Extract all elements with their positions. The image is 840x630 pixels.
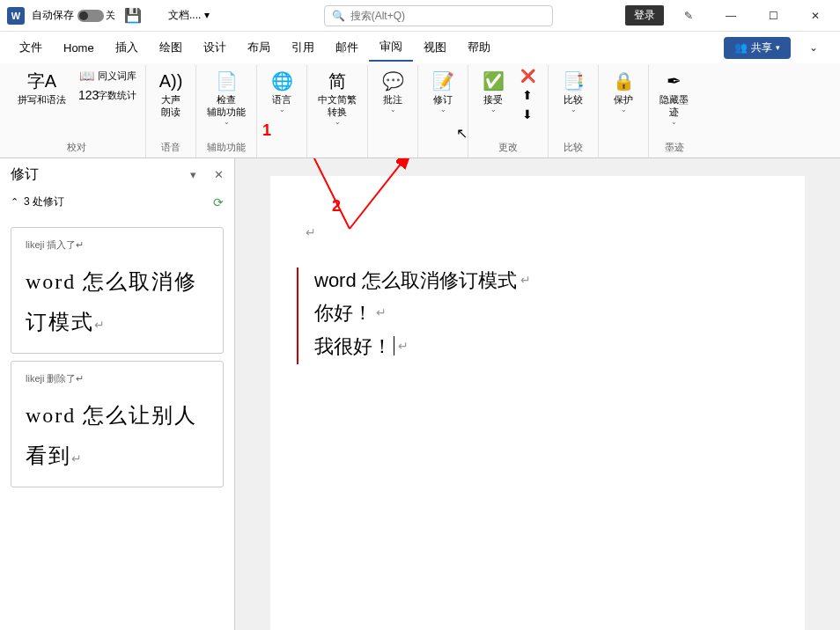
refresh-icon[interactable]: ⟳ — [213, 195, 224, 209]
revision-list[interactable]: likeji 插入了↵word 怎么取消修订模式↵likeji 删除了↵word… — [0, 213, 234, 630]
ribbon-button[interactable]: A))大声朗读 — [151, 67, 190, 120]
chevron-down-icon: ⌄ — [571, 106, 577, 114]
autosave-label: 自动保存 — [32, 8, 74, 23]
menu-tab-设计[interactable]: 设计 — [193, 34, 237, 61]
chevron-down-icon: ⌄ — [335, 118, 341, 126]
ribbon-group-label: 比较 — [564, 141, 583, 156]
ribbon-icon: A)) — [159, 69, 183, 93]
menu-tab-绘图[interactable]: 绘图 — [149, 34, 193, 61]
ribbon-button[interactable]: 💬批注⌄ — [373, 67, 412, 115]
document-line[interactable]: 我很好！↵ — [314, 330, 778, 363]
text-cursor — [394, 336, 394, 355]
revision-card[interactable]: likeji 插入了↵word 怎么取消修订模式↵ — [11, 227, 224, 354]
ribbon-icon: ✒ — [667, 69, 682, 93]
ribbon-group: 📑比较⌄比较 — [549, 65, 599, 158]
menu-tab-视图[interactable]: 视图 — [413, 34, 457, 61]
document-content[interactable]: word 怎么取消修订模式↵你好！↵我很好！↵ — [314, 264, 778, 363]
search-box[interactable]: 🔍 — [324, 5, 553, 26]
ribbon-small-button[interactable]: 📖同义词库 — [75, 67, 140, 84]
maximize-button[interactable]: ☐ — [755, 3, 791, 29]
revision-text: word 怎么取消修订模式↵ — [26, 262, 209, 342]
document-line[interactable]: 你好！↵ — [314, 297, 778, 329]
panel-title: 修订 — [11, 165, 185, 184]
ribbon-options-icon[interactable]: ⌄ — [796, 34, 831, 61]
menu-tab-Home[interactable]: Home — [53, 36, 105, 60]
ribbon-icon: ❌ — [519, 69, 535, 83]
save-icon[interactable]: 💾 — [124, 7, 142, 24]
menu-tab-布局[interactable]: 布局 — [237, 34, 281, 61]
toggle-icon[interactable] — [77, 10, 104, 22]
login-button[interactable]: 登录 — [625, 5, 664, 26]
ribbon-group-label: 更改 — [498, 141, 518, 156]
ribbon-small-button[interactable]: 123字数统计 — [75, 86, 140, 104]
autosave-toggle[interactable]: 自动保存 关 — [32, 8, 115, 23]
ribbon-group-label: 墨迹 — [665, 141, 684, 156]
close-button[interactable]: ✕ — [798, 3, 833, 29]
ribbon-button[interactable]: 📝修订⌄ — [424, 67, 462, 115]
track-change-bar — [297, 267, 298, 364]
chevron-down-icon: ⌄ — [440, 106, 446, 114]
ribbon-group: 🌐语言⌄ — [257, 65, 307, 158]
ribbon: 字A拼写和语法📖同义词库123字数统计校对A))大声朗读语音📄检查辅助功能⌄辅助… — [0, 63, 840, 158]
ribbon-button[interactable]: ✒隐藏墨迹⌄ — [654, 67, 694, 128]
ribbon-small-button[interactable]: ❌ — [516, 67, 542, 84]
titlebar: W 自动保存 关 💾 文档.... ▾ 🔍 登录 ✎ — ☐ ✕ — [0, 0, 840, 32]
chevron-down-icon: ⌄ — [621, 106, 627, 114]
ribbon-group: 简中文简繁转换⌄ — [307, 65, 368, 158]
revision-card[interactable]: likeji 删除了↵word 怎么让别人看到↵ — [11, 361, 224, 487]
pen-icon[interactable]: ✎ — [671, 3, 706, 29]
ribbon-group: ✅接受⌄❌⬆⬇更改 — [468, 65, 549, 158]
autosave-state: 关 — [106, 9, 115, 22]
chevron-down-icon: ⌄ — [671, 118, 677, 126]
share-icon: 👥 — [734, 41, 748, 54]
ribbon-button[interactable]: 🔒保护⌄ — [604, 67, 643, 115]
ribbon-icon: 📖 — [78, 69, 94, 83]
minimize-button[interactable]: — — [713, 3, 748, 29]
document-name[interactable]: 文档.... ▾ — [168, 8, 210, 23]
main-area: 修订 ▾ ✕ ⌃ 3 处修订 ⟳ likeji 插入了↵word 怎么取消修订模… — [0, 158, 840, 630]
ribbon-button[interactable]: 字A拼写和语法 — [12, 67, 71, 107]
ribbon-button[interactable]: 📑比较⌄ — [554, 67, 593, 115]
panel-close-icon[interactable]: ✕ — [214, 168, 224, 181]
ribbon-icon: 🔒 — [613, 69, 635, 93]
menu-tab-邮件[interactable]: 邮件 — [325, 34, 369, 61]
ribbon-button[interactable]: 📄检查辅助功能⌄ — [202, 67, 251, 128]
ribbon-button[interactable]: 简中文简繁转换⌄ — [313, 67, 362, 128]
menu-tab-引用[interactable]: 引用 — [281, 34, 325, 61]
return-mark-icon: ↵ — [376, 303, 387, 324]
menu-tab-帮助[interactable]: 帮助 — [457, 34, 501, 61]
ribbon-group: ✒隐藏墨迹⌄墨迹 — [649, 65, 699, 158]
revision-author: likeji 删除了↵ — [26, 372, 209, 385]
ribbon-group: A))大声朗读语音 — [146, 65, 196, 158]
revision-text: word 怎么让别人看到↵ — [26, 396, 209, 476]
ribbon-icon: 📄 — [216, 69, 238, 93]
menu-tab-审阅[interactable]: 审阅 — [369, 33, 413, 62]
search-input[interactable] — [350, 10, 545, 22]
chevron-down-icon: ⌄ — [279, 106, 285, 114]
document-area[interactable]: ↵ word 怎么取消修订模式↵你好！↵我很好！↵ 2 — [235, 158, 840, 630]
menu-tab-插入[interactable]: 插入 — [105, 34, 149, 61]
panel-dropdown-icon[interactable]: ▾ — [190, 168, 196, 181]
menu-tab-文件[interactable]: 文件 — [9, 34, 53, 61]
revisions-panel: 修订 ▾ ✕ ⌃ 3 处修订 ⟳ likeji 插入了↵word 怎么取消修订模… — [0, 158, 235, 630]
ribbon-button[interactable]: ✅接受⌄ — [474, 67, 512, 115]
ribbon-icon: ✅ — [483, 69, 505, 93]
ribbon-group: 字A拼写和语法📖同义词库123字数统计校对 — [7, 65, 146, 158]
mouse-cursor-icon: ↖ — [456, 125, 468, 142]
share-button[interactable]: 👥 共享 ▾ — [724, 37, 791, 59]
ribbon-group: 💬批注⌄ — [368, 65, 418, 158]
ribbon-small-button[interactable]: ⬇ — [516, 106, 542, 123]
chevron-down-icon: ▾ — [776, 43, 780, 52]
ribbon-group-label: 语音 — [161, 141, 181, 156]
ribbon-icon: 📑 — [563, 69, 585, 93]
page[interactable]: ↵ word 怎么取消修订模式↵你好！↵我很好！↵ — [270, 176, 805, 630]
document-line[interactable]: word 怎么取消修订模式↵ — [314, 264, 778, 297]
ribbon-icon: ⬇ — [519, 107, 535, 121]
chevron-down-icon: ⌄ — [224, 118, 230, 126]
chevron-up-icon[interactable]: ⌃ — [11, 196, 18, 208]
ribbon-icon: 🌐 — [271, 69, 293, 93]
ribbon-small-button[interactable]: ⬆ — [516, 86, 542, 104]
ribbon-button[interactable]: 🌐语言⌄ — [262, 67, 301, 115]
ribbon-group-label: 辅助功能 — [207, 141, 246, 156]
ribbon-icon: 💬 — [382, 69, 404, 93]
